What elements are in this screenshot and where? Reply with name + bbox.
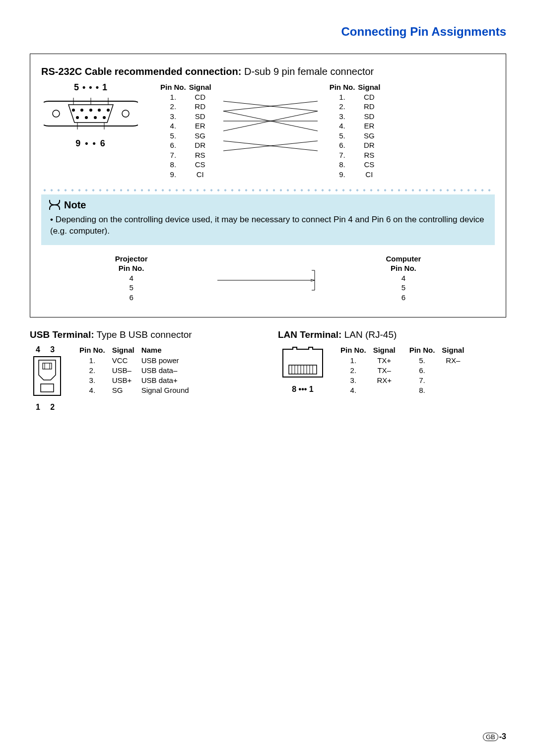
usb-label-bottom: 1 2 bbox=[30, 403, 65, 412]
pc-pin: 4 bbox=[386, 273, 421, 283]
pin-no: 3. bbox=[330, 112, 355, 122]
usb-name: Signal Ground bbox=[141, 385, 189, 395]
signal: ER bbox=[189, 121, 211, 131]
usb-name: USB data– bbox=[141, 366, 189, 376]
pin-no: 5. bbox=[330, 131, 355, 141]
lan-signal: RX– bbox=[442, 356, 464, 366]
lan-pin: 7. bbox=[409, 376, 435, 385]
pin-no: 8. bbox=[160, 160, 186, 170]
svg-point-5 bbox=[98, 109, 101, 112]
col-head-signal: Signal bbox=[189, 82, 211, 92]
usb-title-bold: USB Terminal: bbox=[30, 329, 94, 340]
usb-b-icon bbox=[30, 354, 65, 399]
page-title: Connecting Pin Assignments bbox=[30, 25, 506, 39]
pin-no: 2. bbox=[160, 102, 186, 112]
signal: RD bbox=[189, 102, 211, 112]
dsub-connector: 5 • • • 1 9 • • 6 bbox=[41, 82, 140, 149]
usb-section: USB Terminal: Type B USB connector 4 3 1… bbox=[30, 329, 258, 412]
lan-pin: 8. bbox=[409, 385, 435, 395]
lan-signal: TX– bbox=[373, 366, 396, 376]
signal: SD bbox=[358, 112, 380, 122]
usb-pin: 4. bbox=[79, 385, 105, 395]
computer-pin-head: Pin No. bbox=[386, 263, 421, 273]
lan-pin: 4. bbox=[340, 385, 366, 395]
rs232-title-bold: RS-232C Cable recommended connection: bbox=[41, 66, 241, 77]
pin-no: 4. bbox=[330, 121, 355, 131]
svg-point-4 bbox=[89, 109, 92, 112]
signal: CI bbox=[358, 170, 380, 180]
signal: SG bbox=[189, 131, 211, 141]
lan-title-bold: LAN Terminal: bbox=[278, 329, 341, 340]
crossover-wires-icon bbox=[223, 82, 318, 167]
signal: CI bbox=[189, 170, 211, 180]
note-heading: Note bbox=[64, 199, 86, 211]
usb-pin: 3. bbox=[79, 376, 105, 385]
pc-wire-icon bbox=[217, 263, 317, 298]
pc-pin: 6 bbox=[386, 293, 421, 303]
lan-table: Pin No. 1. 2. 3. 4. Signal TX+ TX– RX+ P… bbox=[340, 345, 464, 395]
note-text: • Depending on the controlling device us… bbox=[48, 214, 488, 237]
svg-point-7 bbox=[76, 116, 79, 119]
usb-signal: USB– bbox=[112, 366, 134, 376]
usb-table: Pin No. 1. 2. 3. 4. Signal VCC USB– USB+… bbox=[79, 345, 189, 395]
signal: DR bbox=[189, 140, 211, 150]
lan-pin: 6. bbox=[409, 366, 435, 376]
signal: RS bbox=[358, 150, 380, 160]
usb-head-signal: Signal bbox=[112, 345, 134, 355]
usb-name: USB data+ bbox=[141, 376, 189, 385]
svg-rect-27 bbox=[43, 363, 52, 369]
col-head-pin: Pin No. bbox=[160, 82, 186, 92]
pc-pin: 5 bbox=[115, 283, 148, 293]
dsub-bottom-label: 9 • • 6 bbox=[41, 138, 140, 149]
usb-signal: SG bbox=[112, 385, 134, 395]
pin-no: 3. bbox=[160, 112, 186, 122]
usb-title-rest: Type B USB connector bbox=[94, 329, 192, 340]
lan-pin: 5. bbox=[409, 356, 435, 366]
projector-pin-head: Pin No. bbox=[115, 263, 148, 273]
signal: CS bbox=[358, 160, 380, 170]
svg-point-9 bbox=[94, 116, 97, 119]
usb-label-top: 4 3 bbox=[30, 345, 65, 354]
usb-name: USB power bbox=[141, 356, 189, 366]
svg-point-10 bbox=[103, 116, 106, 119]
pin-no: 2. bbox=[330, 102, 355, 112]
col-head-signal: Signal bbox=[358, 82, 380, 92]
signal: RS bbox=[189, 150, 211, 160]
lan-head-signal: Signal bbox=[373, 345, 396, 355]
svg-rect-26 bbox=[34, 357, 61, 395]
svg-point-8 bbox=[85, 116, 88, 119]
lan-label-bottom: 8 ••• 1 bbox=[278, 385, 328, 394]
pin-no: 7. bbox=[160, 150, 186, 160]
pin-no: 9. bbox=[330, 170, 355, 180]
signal: CD bbox=[358, 92, 380, 102]
rj45-icon bbox=[278, 345, 328, 381]
signal: SG bbox=[358, 131, 380, 141]
pc-pin: 4 bbox=[115, 273, 148, 283]
lan-title-rest: LAN (RJ-45) bbox=[341, 329, 397, 340]
pc-pin: 6 bbox=[115, 293, 148, 303]
dotted-divider bbox=[41, 189, 495, 191]
svg-point-0 bbox=[53, 110, 60, 117]
signal: ER bbox=[358, 121, 380, 131]
rs232-left-table: Pin No. 1. 2. 3. 4. 5. 6. 7. 8. 9. Signa… bbox=[160, 82, 495, 179]
col-head-pin: Pin No. bbox=[330, 82, 355, 92]
rs232-title: RS-232C Cable recommended connection: D-… bbox=[41, 66, 495, 77]
pin-no: 7. bbox=[330, 150, 355, 160]
pin-no: 8. bbox=[330, 160, 355, 170]
usb-pin: 1. bbox=[79, 356, 105, 366]
signal: RD bbox=[358, 102, 380, 112]
svg-point-3 bbox=[80, 109, 83, 112]
pin-no: 1. bbox=[330, 92, 355, 102]
lan-section: LAN Terminal: LAN (RJ-45) 8 ••• 1 Pin No… bbox=[278, 329, 506, 412]
usb-pin: 2. bbox=[79, 366, 105, 376]
pin-no: 1. bbox=[160, 92, 186, 102]
pin-no: 5. bbox=[160, 131, 186, 141]
svg-point-6 bbox=[107, 109, 110, 112]
svg-rect-30 bbox=[41, 384, 54, 392]
dsub-top-label: 5 • • • 1 bbox=[41, 82, 140, 93]
projector-head: Projector bbox=[115, 254, 148, 264]
projector-computer-wiring: Projector Pin No. 4 5 6 Computer Pin No.… bbox=[41, 254, 495, 303]
lan-head-signal: Signal bbox=[442, 345, 464, 355]
usb-title: USB Terminal: Type B USB connector bbox=[30, 329, 258, 340]
note-icon bbox=[48, 198, 61, 211]
